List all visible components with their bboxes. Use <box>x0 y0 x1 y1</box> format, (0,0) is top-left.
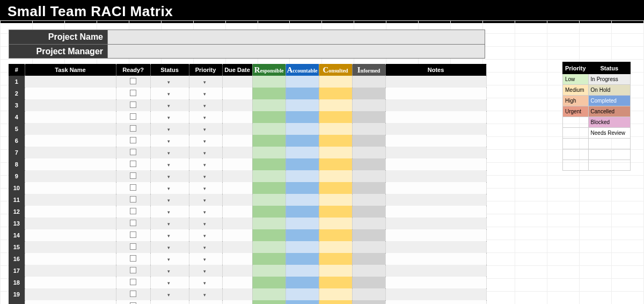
notes-cell[interactable] <box>385 229 486 241</box>
notes-cell[interactable] <box>385 218 486 229</box>
notes-cell[interactable] <box>385 123 486 135</box>
status-dropdown[interactable] <box>150 277 189 288</box>
priority-dropdown[interactable] <box>189 241 222 253</box>
responsible-cell[interactable] <box>252 76 286 88</box>
consulted-cell[interactable] <box>319 218 352 229</box>
ready-checkbox[interactable] <box>116 300 150 304</box>
task-name-cell[interactable] <box>25 206 116 218</box>
responsible-cell[interactable] <box>252 111 286 123</box>
ready-checkbox[interactable] <box>116 277 150 288</box>
consulted-cell[interactable] <box>319 194 352 206</box>
responsible-cell[interactable] <box>252 88 286 99</box>
priority-dropdown[interactable] <box>189 123 222 135</box>
responsible-cell[interactable] <box>252 300 286 304</box>
consulted-cell[interactable] <box>319 288 352 300</box>
consulted-cell[interactable] <box>319 111 352 123</box>
informed-cell[interactable] <box>352 218 385 229</box>
responsible-cell[interactable] <box>252 182 286 194</box>
informed-cell[interactable] <box>352 206 385 218</box>
ready-checkbox[interactable] <box>116 241 150 253</box>
ready-checkbox[interactable] <box>116 288 150 300</box>
consulted-cell[interactable] <box>319 123 352 135</box>
consulted-cell[interactable] <box>319 182 352 194</box>
informed-cell[interactable] <box>352 135 385 147</box>
status-dropdown[interactable] <box>150 300 189 304</box>
consulted-cell[interactable] <box>319 265 352 277</box>
notes-cell[interactable] <box>385 170 486 182</box>
task-name-cell[interactable] <box>25 111 116 123</box>
status-dropdown[interactable] <box>150 76 189 88</box>
responsible-cell[interactable] <box>252 229 286 241</box>
ready-checkbox[interactable] <box>116 253 150 265</box>
consulted-cell[interactable] <box>319 135 352 147</box>
task-name-cell[interactable] <box>25 194 116 206</box>
responsible-cell[interactable] <box>252 253 286 265</box>
notes-cell[interactable] <box>385 76 486 88</box>
priority-dropdown[interactable] <box>189 135 222 147</box>
accountable-cell[interactable] <box>286 206 319 218</box>
notes-cell[interactable] <box>385 182 486 194</box>
responsible-cell[interactable] <box>252 170 286 182</box>
due-date-cell[interactable] <box>222 88 252 99</box>
consulted-cell[interactable] <box>319 229 352 241</box>
notes-cell[interactable] <box>385 300 486 304</box>
due-date-cell[interactable] <box>222 158 252 170</box>
due-date-cell[interactable] <box>222 147 252 158</box>
ready-checkbox[interactable] <box>116 76 150 88</box>
notes-cell[interactable] <box>385 135 486 147</box>
status-dropdown[interactable] <box>150 253 189 265</box>
status-dropdown[interactable] <box>150 194 189 206</box>
due-date-cell[interactable] <box>222 194 252 206</box>
priority-dropdown[interactable] <box>189 206 222 218</box>
accountable-cell[interactable] <box>286 300 319 304</box>
priority-dropdown[interactable] <box>189 288 222 300</box>
informed-cell[interactable] <box>352 194 385 206</box>
accountable-cell[interactable] <box>286 182 319 194</box>
responsible-cell[interactable] <box>252 194 286 206</box>
notes-cell[interactable] <box>385 288 486 300</box>
notes-cell[interactable] <box>385 194 486 206</box>
task-name-cell[interactable] <box>25 182 116 194</box>
responsible-cell[interactable] <box>252 277 286 288</box>
informed-cell[interactable] <box>352 253 385 265</box>
task-name-cell[interactable] <box>25 229 116 241</box>
due-date-cell[interactable] <box>222 277 252 288</box>
informed-cell[interactable] <box>352 99 385 111</box>
accountable-cell[interactable] <box>286 277 319 288</box>
accountable-cell[interactable] <box>286 218 319 229</box>
accountable-cell[interactable] <box>286 123 319 135</box>
informed-cell[interactable] <box>352 241 385 253</box>
informed-cell[interactable] <box>352 123 385 135</box>
project-manager-input[interactable] <box>108 44 485 58</box>
informed-cell[interactable] <box>352 288 385 300</box>
due-date-cell[interactable] <box>222 218 252 229</box>
task-name-cell[interactable] <box>25 147 116 158</box>
consulted-cell[interactable] <box>319 253 352 265</box>
accountable-cell[interactable] <box>286 76 319 88</box>
ready-checkbox[interactable] <box>116 147 150 158</box>
priority-dropdown[interactable] <box>189 277 222 288</box>
task-name-cell[interactable] <box>25 265 116 277</box>
notes-cell[interactable] <box>385 147 486 158</box>
due-date-cell[interactable] <box>222 241 252 253</box>
priority-dropdown[interactable] <box>189 170 222 182</box>
ready-checkbox[interactable] <box>116 218 150 229</box>
project-name-input[interactable] <box>108 30 485 44</box>
ready-checkbox[interactable] <box>116 182 150 194</box>
due-date-cell[interactable] <box>222 229 252 241</box>
notes-cell[interactable] <box>385 206 486 218</box>
task-name-cell[interactable] <box>25 288 116 300</box>
due-date-cell[interactable] <box>222 123 252 135</box>
status-dropdown[interactable] <box>150 229 189 241</box>
status-dropdown[interactable] <box>150 123 189 135</box>
due-date-cell[interactable] <box>222 111 252 123</box>
ready-checkbox[interactable] <box>116 229 150 241</box>
task-name-cell[interactable] <box>25 76 116 88</box>
informed-cell[interactable] <box>352 170 385 182</box>
consulted-cell[interactable] <box>319 206 352 218</box>
due-date-cell[interactable] <box>222 135 252 147</box>
ready-checkbox[interactable] <box>116 194 150 206</box>
notes-cell[interactable] <box>385 253 486 265</box>
responsible-cell[interactable] <box>252 123 286 135</box>
accountable-cell[interactable] <box>286 229 319 241</box>
